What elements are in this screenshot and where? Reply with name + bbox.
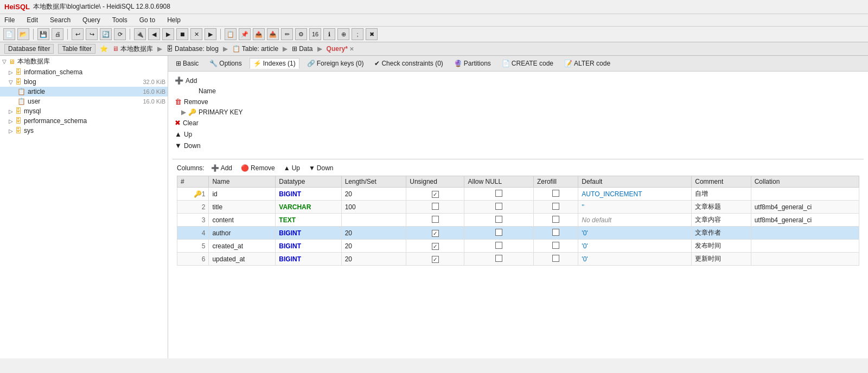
col-unsigned[interactable] xyxy=(406,201,464,214)
toolbar-btn-print[interactable]: 🖨 xyxy=(52,28,63,40)
col-name[interactable]: created_at xyxy=(209,240,276,253)
add-index-button[interactable]: ➕ Add xyxy=(173,76,199,85)
toolbar-btn-settings[interactable]: ⚙ xyxy=(295,28,307,40)
col-zerofill[interactable] xyxy=(533,188,578,201)
toolbar-btn-import[interactable]: 📥 xyxy=(267,28,279,40)
breadcrumb-query[interactable]: Query* ✕ xyxy=(327,45,354,53)
col-allownull[interactable] xyxy=(464,188,533,201)
toolbar-btn-edit[interactable]: ✏ xyxy=(281,28,293,40)
col-default[interactable]: '0' xyxy=(578,227,692,240)
tab-create-code[interactable]: 📄 CREATE code xyxy=(499,59,557,68)
col-zerofill[interactable] xyxy=(533,227,578,240)
tab-partitions[interactable]: 🔮 Partitions xyxy=(451,59,494,68)
col-zerofill[interactable] xyxy=(533,240,578,253)
col-datatype[interactable]: TEXT xyxy=(276,214,341,227)
up-column-button[interactable]: ▲ Up xyxy=(282,164,302,172)
col-default[interactable]: AUTO_INCREMENT xyxy=(578,188,692,201)
col-default[interactable]: '0' xyxy=(578,240,692,253)
toolbar-btn-hex[interactable]: 16 xyxy=(309,28,321,40)
col-zerofill[interactable] xyxy=(533,214,578,227)
col-name[interactable]: id xyxy=(209,188,276,201)
down-column-button[interactable]: ▼ Down xyxy=(307,164,336,172)
menu-file[interactable]: File xyxy=(2,15,17,25)
query-close-icon[interactable]: ✕ xyxy=(349,46,354,52)
sidebar-item-blog[interactable]: ▽ 🗄 blog 32.0 KiB xyxy=(0,77,168,87)
col-name[interactable]: title xyxy=(209,201,276,214)
col-unsigned[interactable] xyxy=(406,227,464,240)
remove-column-button[interactable]: 🔴 Remove xyxy=(239,164,277,172)
down-index-button[interactable]: ▼ Down xyxy=(173,141,203,150)
add-column-button[interactable]: ➕ Add xyxy=(209,164,234,172)
toolbar-btn-refresh2[interactable]: ⟳ xyxy=(114,28,126,40)
toolbar-btn-redo[interactable]: ↪ xyxy=(86,28,98,40)
toolbar-btn-forward[interactable]: ▶ xyxy=(162,28,174,40)
tab-foreign-keys[interactable]: 🔗 Foreign keys (0) xyxy=(304,59,367,68)
col-length[interactable]: 100 xyxy=(341,201,406,214)
toolbar-btn-refresh[interactable]: 🔄 xyxy=(100,28,112,40)
filter-table[interactable]: Table filter xyxy=(58,44,95,54)
col-unsigned[interactable] xyxy=(406,188,464,201)
menu-search[interactable]: Search xyxy=(48,15,73,25)
sidebar-item-user[interactable]: 📋 user 16.0 KiB xyxy=(0,97,168,106)
tab-check-constraints[interactable]: ✔ Check constraints (0) xyxy=(371,59,446,68)
toolbar-btn-misc1[interactable]: ⊕ xyxy=(337,28,349,40)
tab-basic[interactable]: ⊞ Basic xyxy=(173,59,202,68)
col-length[interactable]: 20 xyxy=(341,240,406,253)
col-allownull[interactable] xyxy=(464,240,533,253)
sidebar-item-mysql[interactable]: ▷ 🗄 mysql xyxy=(0,106,168,116)
menu-tools[interactable]: Tools xyxy=(110,15,130,25)
col-unsigned[interactable] xyxy=(406,253,464,266)
col-allownull[interactable] xyxy=(464,227,533,240)
sidebar-item-sys[interactable]: ▷ 🗄 sys xyxy=(0,126,168,136)
col-datatype[interactable]: BIGINT xyxy=(276,227,341,240)
col-name[interactable]: author xyxy=(209,227,276,240)
col-name[interactable]: content xyxy=(209,214,276,227)
sidebar-root[interactable]: ▽ 🖥 本地数据库 xyxy=(0,56,168,67)
toolbar-btn-info[interactable]: ℹ xyxy=(323,28,335,40)
col-datatype[interactable]: BIGINT xyxy=(276,253,341,266)
toolbar-btn-stop[interactable]: ⏹ xyxy=(176,28,188,40)
breadcrumb-table[interactable]: 📋 Table: article xyxy=(232,45,278,53)
col-datatype[interactable]: BIGINT xyxy=(276,240,341,253)
toolbar-btn-undo[interactable]: ↩ xyxy=(72,28,84,40)
col-default[interactable]: '0' xyxy=(578,253,692,266)
col-length[interactable]: 20 xyxy=(341,188,406,201)
breadcrumb-database[interactable]: 🗄 Database: blog xyxy=(167,45,219,53)
menu-goto[interactable]: Go to xyxy=(137,15,157,25)
toolbar-btn-close[interactable]: ✖ xyxy=(366,28,378,40)
toolbar-btn-copy[interactable]: 📋 xyxy=(225,28,237,40)
toolbar-btn-disconnect[interactable]: ✕ xyxy=(190,28,202,40)
tab-options[interactable]: 🔧 Options xyxy=(206,59,245,68)
tab-indexes[interactable]: ⚡ Indexes (1) xyxy=(250,58,299,69)
toolbar-btn-back[interactable]: ◀ xyxy=(148,28,160,40)
menu-help[interactable]: Help xyxy=(165,15,183,25)
col-length[interactable]: 20 xyxy=(341,227,406,240)
col-zerofill[interactable] xyxy=(533,253,578,266)
col-zerofill[interactable] xyxy=(533,201,578,214)
up-index-button[interactable]: ▲ Up xyxy=(173,130,194,139)
toolbar-btn-new[interactable]: 📄 xyxy=(3,28,15,40)
toolbar-btn-connect[interactable]: 🔌 xyxy=(134,28,146,40)
col-name[interactable]: updated_at xyxy=(209,253,276,266)
col-length[interactable]: 20 xyxy=(341,253,406,266)
col-unsigned[interactable] xyxy=(406,214,464,227)
sidebar-item-perf-schema[interactable]: ▷ 🗄 performance_schema xyxy=(0,116,168,126)
tab-alter-code[interactable]: 📝 ALTER code xyxy=(561,59,614,68)
col-datatype[interactable]: BIGINT xyxy=(276,188,341,201)
toolbar-btn-save[interactable]: 💾 xyxy=(37,28,49,40)
col-allownull[interactable] xyxy=(464,214,533,227)
col-default[interactable]: No default xyxy=(578,214,692,227)
clear-index-button[interactable]: ✖ Clear xyxy=(173,118,201,127)
toolbar-btn-run[interactable]: ▶ xyxy=(205,28,216,40)
breadcrumb-data[interactable]: ⊞ Data xyxy=(292,45,312,53)
col-length[interactable] xyxy=(341,214,406,227)
menu-edit[interactable]: Edit xyxy=(24,15,40,25)
col-allownull[interactable] xyxy=(464,253,533,266)
toolbar-btn-export[interactable]: 📤 xyxy=(253,28,265,40)
remove-index-button[interactable]: 🗑 Remove xyxy=(173,97,210,106)
toolbar-btn-misc2[interactable]: ; xyxy=(352,28,363,40)
col-default[interactable]: '' xyxy=(578,201,692,214)
toolbar-btn-open[interactable]: 📂 xyxy=(17,28,29,40)
toolbar-btn-paste[interactable]: 📌 xyxy=(239,28,251,40)
menu-query[interactable]: Query xyxy=(80,15,103,25)
